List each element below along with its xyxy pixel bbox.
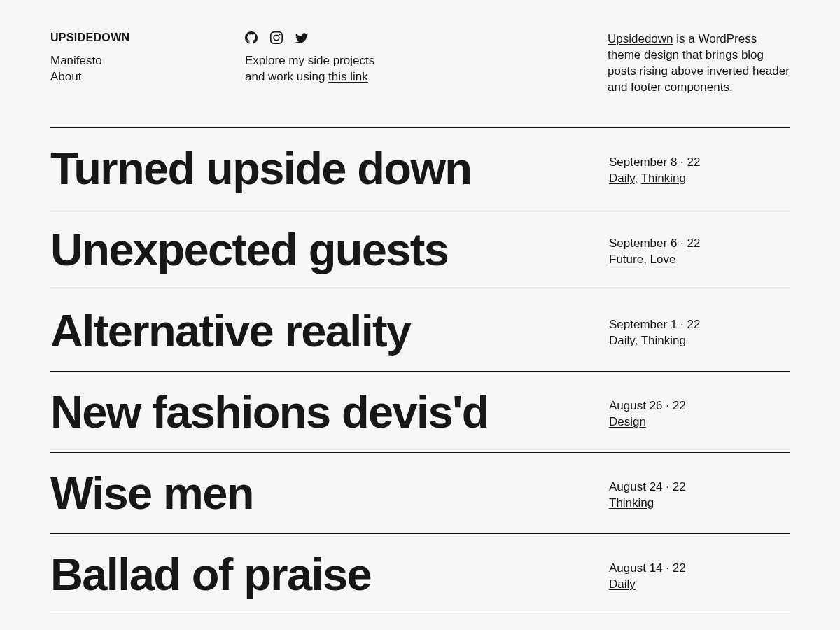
category-link[interactable]: Future bbox=[609, 253, 643, 266]
category-link[interactable]: Thinking bbox=[609, 496, 654, 510]
post-title[interactable]: Turned upside down bbox=[50, 146, 609, 191]
post-title[interactable]: New fashions devis'd bbox=[50, 389, 609, 435]
nav-item-manifesto[interactable]: Manifesto bbox=[50, 53, 245, 69]
post-title[interactable]: Ballad of praise bbox=[50, 552, 609, 597]
post-categories: Design bbox=[609, 415, 790, 429]
post-meta: September 6 · 22Future, Love bbox=[609, 227, 790, 267]
site-title[interactable]: UPSIDEDOWN bbox=[50, 31, 245, 44]
post-meta: August 14 · 22Daily bbox=[609, 552, 790, 592]
post-title[interactable]: Unexpected guests bbox=[50, 227, 609, 272]
twitter-icon[interactable] bbox=[295, 31, 308, 44]
post-date: September 1 · 22 bbox=[609, 318, 790, 332]
category-link[interactable]: Thinking bbox=[641, 172, 686, 185]
post-date: August 14 · 22 bbox=[609, 561, 790, 575]
primary-nav: Manifesto About bbox=[50, 53, 245, 85]
post-categories: Daily, Thinking bbox=[609, 172, 790, 186]
github-icon[interactable] bbox=[245, 31, 258, 44]
post-categories: Thinking bbox=[609, 496, 790, 510]
nav-item-about[interactable]: About bbox=[50, 69, 245, 85]
post-meta: August 24 · 22Thinking bbox=[609, 470, 790, 510]
post-row: New fashions devis'dAugust 26 · 22Design bbox=[50, 372, 790, 453]
post-categories: Daily bbox=[609, 578, 790, 592]
post-list: Turned upside downSeptember 8 · 22Daily,… bbox=[50, 127, 790, 615]
social-icons bbox=[245, 31, 441, 44]
category-link[interactable]: Design bbox=[609, 415, 646, 428]
post-date: August 24 · 22 bbox=[609, 480, 790, 494]
post-row: Unexpected guestsSeptember 6 · 22Future,… bbox=[50, 209, 790, 290]
post-categories: Future, Love bbox=[609, 253, 790, 267]
header-left-column: UPSIDEDOWN Manifesto About bbox=[50, 31, 245, 96]
post-title[interactable]: Alternative reality bbox=[50, 308, 609, 354]
post-date: September 8 · 22 bbox=[609, 155, 790, 169]
category-link[interactable]: Thinking bbox=[641, 334, 686, 347]
post-date: August 26 · 22 bbox=[609, 399, 790, 413]
theme-description: Upsidedown is a WordPress theme design t… bbox=[608, 31, 790, 96]
category-link[interactable]: Daily bbox=[609, 334, 635, 347]
header-right-column: Upsidedown is a WordPress theme design t… bbox=[608, 31, 790, 96]
post-categories: Daily, Thinking bbox=[609, 334, 790, 348]
post-row: Alternative realitySeptember 1 · 22Daily… bbox=[50, 290, 790, 372]
post-meta: September 1 · 22Daily, Thinking bbox=[609, 308, 790, 348]
post-row: Turned upside downSeptember 8 · 22Daily,… bbox=[50, 128, 790, 209]
explore-text: Explore my side projects and work using … bbox=[245, 53, 385, 85]
post-meta: September 8 · 22Daily, Thinking bbox=[609, 146, 790, 186]
category-link[interactable]: Daily bbox=[609, 172, 635, 185]
theme-name-link[interactable]: Upsidedown bbox=[608, 32, 673, 46]
post-title[interactable]: Wise men bbox=[50, 470, 609, 516]
category-link[interactable]: Daily bbox=[609, 578, 636, 591]
post-date: September 6 · 22 bbox=[609, 237, 790, 251]
post-row: Wise menAugust 24 · 22Thinking bbox=[50, 453, 790, 534]
explore-link[interactable]: this link bbox=[328, 70, 368, 83]
category-link[interactable]: Love bbox=[650, 253, 676, 266]
header-middle-column: Explore my side projects and work using … bbox=[245, 31, 441, 96]
post-row: Ballad of praiseAugust 14 · 22Daily bbox=[50, 534, 790, 615]
instagram-icon[interactable] bbox=[270, 31, 283, 44]
site-header: UPSIDEDOWN Manifesto About Explore my si… bbox=[50, 31, 790, 96]
post-meta: August 26 · 22Design bbox=[609, 389, 790, 429]
